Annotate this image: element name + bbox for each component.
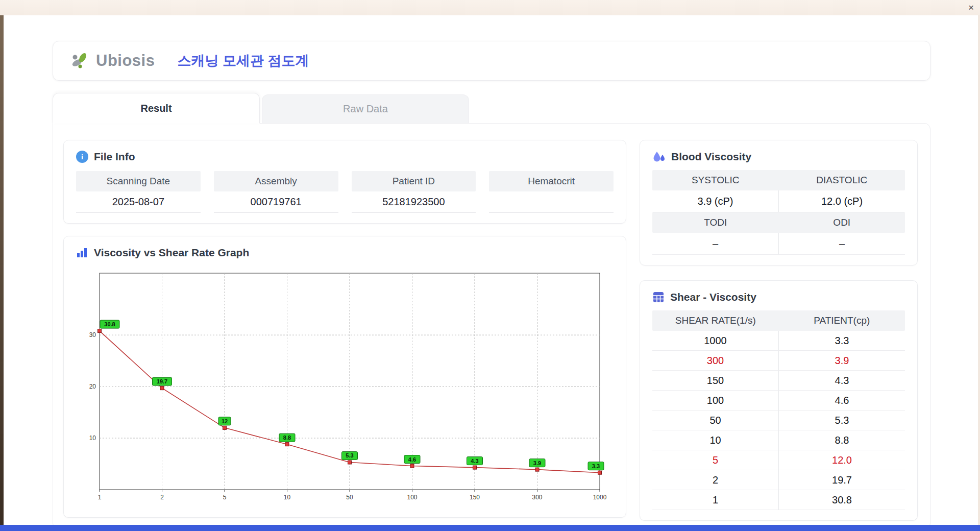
field-label: Hematocrit bbox=[489, 171, 614, 191]
shear-rate-cell: 300 bbox=[652, 351, 778, 370]
file-info-field: Hematocrit bbox=[489, 171, 614, 213]
patient-cell: 4.3 bbox=[778, 371, 905, 390]
svg-text:1000: 1000 bbox=[593, 494, 607, 501]
tab-result[interactable]: Result bbox=[53, 93, 260, 124]
table-row: 1 30.8 bbox=[652, 490, 905, 510]
left-column: i File Info Scanning Date 2025-08-07 Ass… bbox=[63, 140, 626, 521]
table-row: – – bbox=[652, 233, 905, 255]
column-header: TODI bbox=[652, 212, 779, 233]
svg-text:50: 50 bbox=[346, 494, 353, 501]
svg-text:3.3: 3.3 bbox=[592, 463, 600, 469]
shear-viscosity-title: Shear - Viscosity bbox=[670, 291, 756, 303]
tab-raw-data[interactable]: Raw Data bbox=[262, 94, 469, 123]
table-row: 50 5.3 bbox=[652, 411, 905, 430]
todi-value: – bbox=[652, 233, 778, 254]
patient-cell: 3.3 bbox=[778, 331, 905, 350]
table-grid-icon bbox=[652, 291, 665, 303]
svg-text:4.3: 4.3 bbox=[471, 458, 478, 464]
svg-text:8.8: 8.8 bbox=[283, 435, 291, 441]
table-header-row: SHEAR RATE(1/s) PATIENT(cp) bbox=[652, 310, 905, 331]
svg-text:30: 30 bbox=[89, 331, 96, 339]
column-header: ODI bbox=[779, 212, 905, 233]
viscosity-graph-card: Viscosity vs Shear Rate Graph 1020301251… bbox=[63, 236, 626, 518]
svg-text:100: 100 bbox=[407, 494, 417, 501]
table-row: 5 12.0 bbox=[652, 450, 905, 470]
table-header-row: TODI ODI bbox=[652, 212, 905, 233]
shear-rate-cell: 5 bbox=[652, 450, 778, 470]
shear-viscosity-table: SHEAR RATE(1/s) PATIENT(cp) 1000 3.3 300… bbox=[652, 310, 905, 510]
column-header: DIASTOLIC bbox=[779, 170, 905, 190]
shear-rate-cell: 1 bbox=[652, 490, 778, 510]
shear-rate-cell: 100 bbox=[652, 391, 778, 410]
page-title: 스캐닝 모세관 점도계 bbox=[177, 52, 309, 70]
app-header: Ubiosis 스캐닝 모세관 점도계 bbox=[53, 41, 930, 81]
svg-text:1: 1 bbox=[98, 494, 102, 501]
graph-title: Viscosity vs Shear Rate Graph bbox=[94, 247, 249, 259]
tab-bar: Result Raw Data bbox=[53, 93, 930, 123]
desktop-top-strip: × bbox=[0, 0, 980, 15]
svg-text:300: 300 bbox=[532, 494, 542, 501]
chart-area: 1020301251050100150300100030.819.7128.85… bbox=[76, 265, 614, 507]
patient-cell: 19.7 bbox=[778, 470, 905, 490]
shear-rate-cell: 2 bbox=[652, 470, 778, 490]
field-value bbox=[489, 191, 614, 213]
shear-rate-cell: 1000 bbox=[652, 331, 778, 350]
svg-text:19.7: 19.7 bbox=[157, 378, 167, 384]
patient-cell: 4.6 bbox=[778, 391, 905, 410]
svg-text:5.3: 5.3 bbox=[346, 452, 353, 458]
field-value: 52181923500 bbox=[352, 191, 476, 213]
table-row: 1000 3.3 bbox=[652, 331, 905, 351]
svg-text:10: 10 bbox=[89, 435, 96, 442]
right-column: Blood Viscosity SYSTOLIC DIASTOLIC 3.9 (… bbox=[640, 140, 918, 521]
blood-viscosity-card: Blood Viscosity SYSTOLIC DIASTOLIC 3.9 (… bbox=[640, 140, 918, 266]
file-info-card: i File Info Scanning Date 2025-08-07 Ass… bbox=[63, 140, 626, 224]
svg-text:20: 20 bbox=[89, 383, 96, 390]
svg-text:2: 2 bbox=[160, 494, 164, 501]
shear-rate-cell: 10 bbox=[652, 430, 778, 450]
patient-cell: 8.8 bbox=[778, 430, 905, 450]
field-label: Patient ID bbox=[352, 171, 476, 191]
result-panel: i File Info Scanning Date 2025-08-07 Ass… bbox=[53, 123, 930, 529]
file-info-field: Assembly 000719761 bbox=[214, 171, 338, 213]
odi-value: – bbox=[778, 233, 905, 254]
column-header-patient: PATIENT(cp) bbox=[779, 310, 905, 331]
table-row: 100 4.6 bbox=[652, 391, 905, 411]
viscosity-chart: 1020301251050100150300100030.819.7128.85… bbox=[80, 265, 613, 505]
desktop-left-strip bbox=[0, 15, 4, 525]
droplet-icon bbox=[652, 151, 666, 163]
diastolic-value: 12.0 (cP) bbox=[778, 190, 905, 212]
patient-cell: 3.9 bbox=[778, 351, 905, 370]
table-row: 2 19.7 bbox=[652, 470, 905, 490]
file-info-title: File Info bbox=[94, 151, 135, 163]
blood-viscosity-title: Blood Viscosity bbox=[671, 151, 751, 163]
table-header-row: SYSTOLIC DIASTOLIC bbox=[652, 170, 905, 190]
svg-text:12: 12 bbox=[222, 418, 228, 424]
close-icon[interactable]: × bbox=[968, 2, 974, 13]
systolic-value: 3.9 (cP) bbox=[652, 190, 778, 212]
ubiosis-logo: Ubiosis bbox=[70, 51, 155, 71]
column-header: SYSTOLIC bbox=[652, 170, 779, 190]
shear-viscosity-card: Shear - Viscosity SHEAR RATE(1/s) PATIEN… bbox=[640, 280, 918, 521]
patient-cell: 5.3 bbox=[778, 411, 905, 430]
table-row: 300 3.9 bbox=[652, 351, 905, 371]
table-row: 3.9 (cP) 12.0 (cP) bbox=[652, 190, 905, 212]
svg-text:4.6: 4.6 bbox=[408, 456, 416, 463]
field-label: Assembly bbox=[214, 171, 338, 191]
info-icon: i bbox=[76, 151, 88, 163]
patient-cell: 30.8 bbox=[778, 490, 905, 510]
file-info-field: Scanning Date 2025-08-07 bbox=[76, 171, 201, 213]
bottom-accent-bar bbox=[0, 525, 980, 531]
shear-rate-cell: 150 bbox=[652, 371, 778, 390]
screen: × Ubiosis 스캐닝 모세관 점도계 Resul bbox=[0, 0, 980, 531]
svg-text:30.8: 30.8 bbox=[104, 321, 115, 327]
shear-rate-cell: 50 bbox=[652, 411, 778, 430]
app-window: Ubiosis 스캐닝 모세관 점도계 Result Raw Data i Fi… bbox=[4, 15, 978, 525]
svg-text:150: 150 bbox=[470, 494, 480, 501]
field-value: 2025-08-07 bbox=[76, 191, 201, 213]
column-header-shear-rate: SHEAR RATE(1/s) bbox=[652, 310, 779, 331]
logo-leaf-icon bbox=[70, 51, 93, 71]
logo-text: Ubiosis bbox=[96, 52, 155, 70]
file-info-field: Patient ID 52181923500 bbox=[352, 171, 476, 213]
desktop-right-strip bbox=[978, 15, 980, 525]
svg-text:3.9: 3.9 bbox=[533, 460, 541, 466]
